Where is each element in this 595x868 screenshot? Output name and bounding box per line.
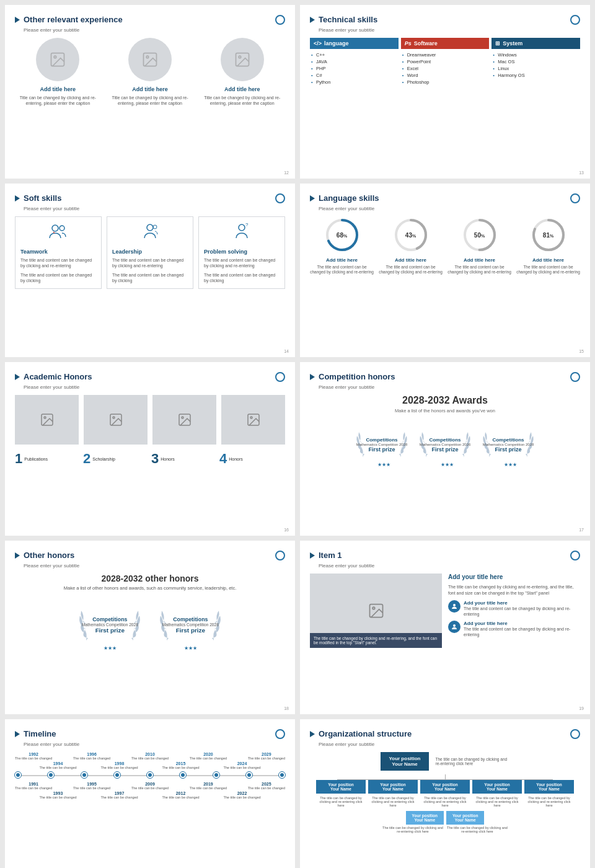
settings-icon[interactable]	[275, 372, 285, 382]
image-card-1: Add title here Title can be changed by c…	[15, 38, 101, 106]
tech-item: Dreamweaver	[401, 51, 490, 58]
award-event-1: Mathematics Competition 2028	[356, 443, 408, 446]
image-cards: Add title here Title can be changed by c…	[15, 38, 285, 106]
tech-item: Mac OS	[491, 58, 580, 65]
award-comp-1: Competitions	[356, 437, 408, 443]
svg-point-10	[239, 224, 245, 231]
settings-icon[interactable]	[275, 15, 285, 25]
tl-col-1992: 1992 The title can be changed	[15, 752, 52, 760]
tl-col-1996: 1996 The title can be changed	[73, 752, 110, 760]
other-award-prize-2: First prize	[162, 627, 219, 634]
settings-icon[interactable]	[570, 372, 580, 382]
svg-point-21	[44, 417, 46, 418]
tl-year-1994: 1994	[53, 761, 63, 766]
org-box-5: Your position Your Name	[524, 780, 574, 794]
svg-point-25	[182, 417, 183, 418]
skill-text-leadership: The title and content can be changed by …	[112, 257, 188, 268]
settings-icon[interactable]	[275, 193, 285, 203]
tl-dot	[147, 772, 153, 778]
awards-big-title: 2028-2032 Awards	[310, 395, 580, 406]
lang-text-4: The title and content can be changed by …	[516, 265, 580, 275]
slide-title-area: Timeline	[15, 729, 56, 738]
svg-point-7	[60, 226, 64, 231]
svg-point-8	[147, 224, 153, 231]
tech-item: Windows	[491, 51, 580, 58]
tl-desc-1992: The title can be changed	[15, 756, 52, 760]
teamwork-icon	[20, 222, 96, 245]
blue-triangle-icon	[15, 552, 20, 559]
tl-col-2012: 2012 The title can be changed	[162, 791, 199, 799]
org-pos-3: Your position	[424, 782, 466, 787]
slide-title-area: Competition honors	[310, 372, 395, 381]
lang-skill-1: 68% Add title here The title and content…	[310, 216, 374, 275]
other-awards-row: ★★★ Competitions Mathematics Competition…	[15, 597, 285, 653]
settings-icon[interactable]	[275, 551, 285, 560]
skill-card-leadership: Leadership The title and content can be …	[107, 216, 193, 289]
blue-triangle-icon	[310, 731, 315, 737]
tech-columns: </> language C++ JAVA PHP C# Python Ps S…	[310, 38, 580, 86]
settings-icon[interactable]	[570, 193, 580, 203]
settings-icon[interactable]	[570, 15, 580, 25]
blue-triangle-icon	[15, 17, 20, 23]
tl-desc-2025: The title can be changed	[248, 786, 285, 790]
svg-point-1	[54, 56, 56, 58]
org-row-2: Your position Your Name Your position Yo…	[310, 811, 580, 825]
slide-subtitle: Please enter your subtitle	[24, 384, 285, 390]
org-box-3: Your position Your Name	[420, 780, 470, 794]
tl-year-2015: 2015	[176, 761, 186, 766]
org-pos-5: Your position	[528, 782, 570, 787]
settings-icon[interactable]	[570, 551, 580, 560]
item1-content: The title can be changed by clicking and…	[310, 574, 580, 648]
settings-icon[interactable]	[570, 729, 580, 739]
slide-soft-skills: Soft skills Please enter your subtitle T…	[5, 184, 295, 357]
tl-year-2019: 2019	[203, 782, 213, 786]
tl-col-1991: 1991 The title can be changed	[15, 782, 52, 790]
award-inner-2: Competitions Mathematics Competition 202…	[420, 437, 471, 453]
honor-text-3: Honors	[161, 457, 175, 461]
card-title-2: Add title here	[132, 86, 168, 92]
honor-num-4: 4	[219, 452, 227, 466]
other-award-2: ★★★ Competitions Mathematics Competition…	[156, 597, 224, 653]
circle-pct-1: 68%	[337, 232, 347, 239]
person-icon-2	[448, 621, 461, 633]
other-honors-big-subtitle: Make a list of other honors and awards, …	[15, 585, 285, 591]
org-name-3: Your Name	[424, 787, 466, 791]
tl-dot	[15, 772, 21, 778]
timeline-line-container	[15, 772, 285, 779]
tech-item: Harmony OS	[491, 72, 580, 79]
tl-desc-2024: The title can be changed	[223, 766, 260, 769]
svg-point-5	[239, 56, 241, 58]
tl-desc-1993: The title can be changed	[39, 795, 76, 799]
slide-title: Academic Honors	[24, 372, 92, 381]
skill-title-teamwork: Teamwork	[20, 249, 96, 255]
tl-year-1998: 1998	[115, 761, 125, 766]
svg-text:★★★: ★★★	[377, 462, 390, 467]
tl-year-2024: 2024	[237, 761, 247, 766]
award-prize-1: First prize	[356, 446, 408, 453]
award-item-1: ★★★ Competitions Mathematics Competition…	[354, 420, 410, 469]
tl-year-1992: 1992	[29, 752, 38, 756]
honors-labels: 1 Publications 2 Scholarship 3 Honors 4 …	[15, 452, 285, 466]
item1-sub-desc-2: The title and content can be changed by …	[464, 626, 580, 637]
timeline-dots-row	[15, 772, 285, 778]
award-item-2: ★★★ Competitions Mathematics Competition…	[417, 420, 473, 469]
tl-desc-1996: The title can be changed	[73, 756, 110, 760]
card-title-3: Add title here	[224, 86, 260, 92]
svg-point-3	[146, 56, 149, 58]
image-placeholder-1	[36, 38, 79, 81]
leadership-icon	[112, 222, 188, 245]
honor-num-2: 2	[83, 452, 90, 466]
lang-text-2: The title and content can be changed by …	[379, 265, 443, 275]
slide-title: Other relevant experience	[24, 15, 123, 24]
tl-year-2022: 2022	[237, 791, 247, 795]
item1-sub-text-2: Add your title here The title and conten…	[464, 621, 580, 637]
tech-item: PowerPoint	[401, 58, 490, 65]
tech-item: Linux	[491, 65, 580, 72]
honor-num-3: 3	[151, 452, 159, 466]
svg-point-35	[453, 604, 456, 606]
svg-point-6	[52, 225, 58, 231]
slide-title-area: Other relevant experience	[15, 15, 123, 24]
org-name-r2-2: Your Name	[452, 818, 478, 822]
tl-year-2029: 2029	[262, 752, 271, 756]
settings-icon[interactable]	[275, 729, 285, 739]
